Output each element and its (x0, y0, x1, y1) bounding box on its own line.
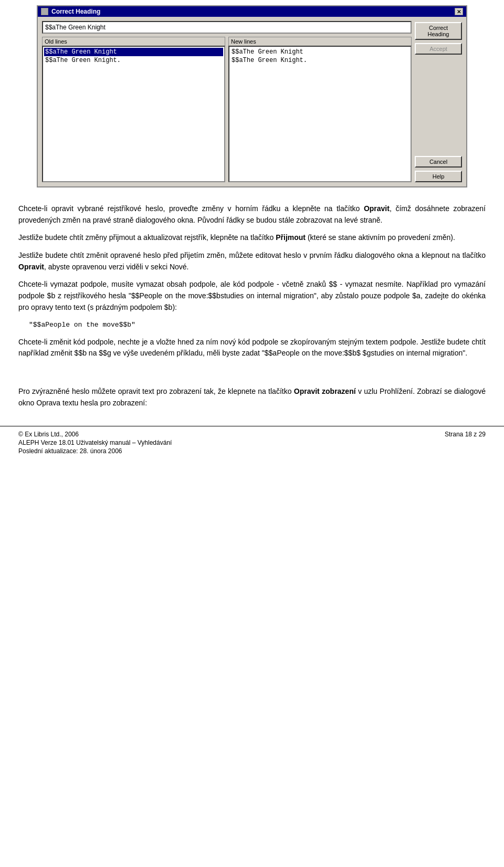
correct-heading-button[interactable]: Correct Heading (415, 22, 462, 40)
old-lines-label: Old lines (42, 37, 225, 46)
paragraph-6: Pro zvýrazněné heslo můžete opravit text… (18, 386, 486, 409)
new-lines-item-1[interactable]: $$aThe Green Knight (230, 48, 410, 56)
new-lines-listbox[interactable]: $$aThe Green Knight $$aThe Green Knight. (228, 46, 412, 182)
accept-button[interactable]: Accept (415, 43, 462, 55)
old-lines-item-1[interactable]: $$aThe Green Knight (44, 48, 223, 56)
dialog-window: Correct Heading ✕ Old lines $$aThe Green… (37, 5, 467, 187)
paragraph-3: Jestliže budete chtít změnit opravené he… (18, 250, 486, 273)
help-button[interactable]: Help (415, 171, 462, 182)
paragraph-1: Chcete-li opravit vybrané rejstříkové he… (18, 203, 486, 226)
footer-copyright: © Ex Libris Ltd., 2006 (18, 431, 172, 438)
paragraph-4: Chcete-li vymazat podpole, musíte vymaza… (18, 279, 486, 313)
close-button[interactable]: ✕ (455, 8, 463, 15)
paragraph-2: Jestliže budete chtít změny přijmout a a… (18, 232, 486, 244)
footer-product-line2: Poslední aktualizace: 28. února 2006 (18, 447, 172, 455)
document-content: Chcete-li opravit vybrané rejstříkové he… (0, 193, 504, 426)
dialog-titlebar: Correct Heading ✕ (38, 6, 466, 17)
dialog-buttons-panel: Correct Heading Accept Cancel Help (415, 21, 462, 182)
footer-left: © Ex Libris Ltd., 2006 ALEPH Verze 18.01… (18, 431, 172, 455)
code-block-1: "$$aPeople on the move$$b" (29, 320, 486, 330)
footer-page-info: Strana 18 z 29 (445, 431, 486, 455)
dialog-main-area: Old lines $$aThe Green Knight $$aThe Gre… (42, 21, 412, 182)
footer-product-line1: ALEPH Verze 18.01 Uživatelský manuál – V… (18, 439, 172, 446)
cancel-button[interactable]: Cancel (415, 156, 462, 168)
document-footer: © Ex Libris Ltd., 2006 ALEPH Verze 18.01… (0, 426, 504, 459)
new-lines-label: New lines (228, 37, 412, 46)
header-input[interactable] (42, 21, 412, 34)
dialog-body: Old lines $$aThe Green Knight $$aThe Gre… (38, 17, 466, 186)
new-lines-item-2[interactable]: $$aThe Green Knight. (230, 56, 410, 65)
dialog-icon (41, 8, 48, 15)
dialog-title: Correct Heading (51, 8, 100, 15)
section-heading (18, 370, 486, 382)
old-lines-listbox[interactable]: $$aThe Green Knight $$aThe Green Knight. (42, 46, 225, 182)
old-lines-item-2[interactable]: $$aThe Green Knight. (44, 56, 223, 65)
old-lines-panel: Old lines $$aThe Green Knight $$aThe Gre… (42, 37, 225, 182)
paragraph-5: Chcete-li změnit kód podpole, nechte je … (18, 337, 486, 359)
new-lines-panel: New lines $$aThe Green Knight $$aThe Gre… (228, 37, 412, 182)
dialog-panels: Old lines $$aThe Green Knight $$aThe Gre… (42, 37, 412, 182)
